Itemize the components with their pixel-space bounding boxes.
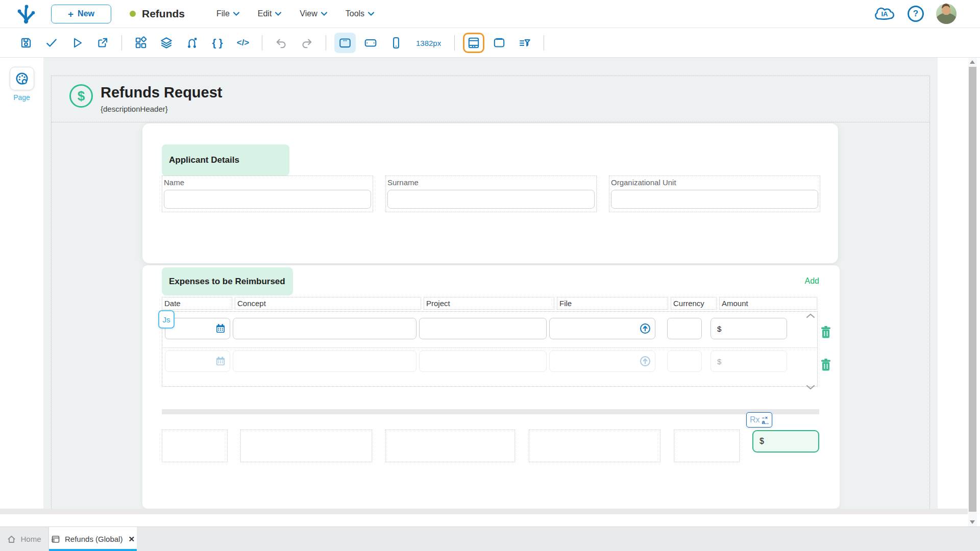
scroll-down-icon[interactable] — [970, 520, 975, 524]
calendar-icon[interactable] — [215, 323, 226, 334]
concept-input[interactable] — [233, 318, 416, 339]
source-code-button[interactable]: </> — [232, 33, 254, 53]
undo-button[interactable] — [271, 33, 292, 53]
redo-button[interactable] — [296, 33, 317, 53]
expenses-section-heading[interactable]: Expenses to be Reimbursed — [162, 267, 293, 295]
amount-input[interactable]: $ — [710, 350, 787, 372]
ai-assistant-icon[interactable]: IA — [874, 5, 895, 23]
footer-empty-cell[interactable] — [240, 430, 372, 462]
field-surname[interactable]: Surname — [385, 176, 597, 212]
file-cell — [549, 318, 655, 339]
form-title[interactable]: Refunds Request — [101, 84, 222, 101]
code-label: </> — [237, 38, 250, 48]
menu-edit[interactable]: Edit — [258, 9, 282, 18]
upload-icon[interactable] — [640, 356, 651, 367]
project-cell — [419, 318, 547, 339]
currency-input[interactable] — [667, 318, 702, 339]
tab-home[interactable]: Home — [0, 527, 49, 551]
concept-input[interactable] — [233, 350, 416, 372]
new-button[interactable]: + New — [51, 5, 111, 23]
amount-prefix: $ — [717, 357, 721, 366]
layers-button[interactable] — [156, 33, 177, 53]
layout-panels-button[interactable] — [463, 33, 484, 53]
expenses-heading-label: Expenses to be Reimbursed — [169, 277, 285, 287]
column-header-project[interactable]: Project — [424, 297, 554, 310]
field-organizational-unit[interactable]: Organizational Unit — [609, 176, 820, 212]
vertical-scrollbar[interactable] — [968, 58, 977, 527]
scroll-up-icon[interactable] — [970, 60, 975, 64]
delete-row-icon[interactable] — [820, 325, 832, 339]
chevron-down-icon — [233, 12, 239, 16]
device-desktop-button[interactable] — [334, 33, 356, 53]
menu-file[interactable]: File — [216, 9, 239, 18]
expand-rows-icon[interactable] — [805, 384, 816, 390]
column-header-date[interactable]: Date — [162, 297, 232, 310]
chevron-down-icon — [368, 12, 374, 16]
project-cell — [419, 350, 547, 372]
page-style-button[interactable] — [10, 67, 34, 90]
components-button[interactable] — [130, 33, 152, 53]
menu-view[interactable]: View — [300, 9, 327, 18]
validate-button[interactable] — [41, 33, 62, 53]
total-input[interactable]: $ — [752, 430, 819, 453]
name-input[interactable] — [164, 190, 371, 209]
delete-row-icon[interactable] — [820, 358, 832, 371]
project-input[interactable] — [419, 318, 547, 339]
close-tab-icon[interactable]: ✕ — [128, 535, 135, 544]
variables-button[interactable]: { } — [207, 33, 228, 53]
footer-empty-cell[interactable] — [674, 430, 740, 462]
column-header-currency[interactable]: Currency — [671, 297, 717, 310]
menu-tools[interactable]: Tools — [346, 9, 374, 18]
currency-input[interactable] — [667, 350, 702, 372]
currency-cell — [667, 318, 702, 339]
tab-refunds-global[interactable]: Refunds (Global) ✕ — [49, 527, 137, 551]
collapse-rows-icon[interactable] — [805, 313, 816, 319]
column-header-file[interactable]: File — [557, 297, 668, 310]
data-filter-button[interactable] — [514, 33, 535, 53]
footer-empty-cell[interactable] — [162, 430, 228, 462]
horizontal-scrollbar[interactable] — [0, 509, 968, 514]
device-mobile-button[interactable] — [385, 33, 407, 53]
amount-input[interactable]: $ — [710, 318, 787, 339]
applicant-card[interactable]: Applicant Details Name Surname Organizat… — [142, 123, 838, 263]
field-name[interactable]: Name — [162, 176, 373, 212]
export-button[interactable] — [92, 33, 113, 53]
applicant-section-heading[interactable]: Applicant Details — [162, 144, 289, 176]
dollar-icon: $ — [69, 84, 93, 108]
menu-tools-label: Tools — [346, 9, 364, 18]
page-label: Page — [0, 93, 43, 102]
add-row-link[interactable]: Add — [805, 277, 819, 286]
device-tablet-button[interactable] — [360, 33, 381, 53]
column-header-amount[interactable]: Amount — [719, 297, 817, 310]
js-code-badge[interactable]: Js — [158, 310, 175, 329]
upload-icon[interactable] — [640, 323, 651, 334]
palette-icon — [15, 71, 29, 86]
expenses-rows-container: $ — [162, 311, 818, 387]
concept-cell — [233, 350, 416, 372]
menu-edit-label: Edit — [258, 9, 272, 18]
flow-button[interactable] — [181, 33, 203, 53]
app-logo-icon[interactable] — [14, 3, 37, 25]
footer-empty-cell[interactable] — [529, 430, 660, 462]
expenses-section[interactable]: Expenses to be Reimbursed Add Date Conce… — [142, 265, 840, 509]
container-button[interactable] — [488, 33, 510, 53]
formula-badge[interactable]: Rx −×a‥ — [746, 412, 772, 428]
calendar-icon[interactable] — [215, 356, 226, 366]
form-subtitle[interactable]: {descriptionHeader} — [101, 105, 168, 113]
save-button[interactable] — [15, 33, 37, 53]
column-header-concept[interactable]: Concept — [235, 297, 421, 310]
toolbar-divider — [262, 35, 262, 51]
run-button[interactable] — [66, 33, 88, 53]
design-canvas[interactable]: $ Refunds Request {descriptionHeader} Ap… — [43, 58, 938, 509]
help-button[interactable]: ? — [908, 6, 924, 22]
project-input[interactable] — [419, 350, 547, 372]
avatar[interactable] — [936, 4, 957, 24]
footer-empty-cell[interactable] — [385, 430, 515, 462]
editor-toolbar: { } </> — [0, 29, 980, 58]
tab-home-label: Home — [20, 535, 41, 543]
amount-cell: $ — [710, 350, 787, 372]
surname-input[interactable] — [387, 190, 595, 209]
rx-badge-label: Rx — [750, 415, 760, 424]
organizational-unit-input[interactable] — [611, 190, 818, 209]
scrollbar-thumb[interactable] — [969, 67, 976, 512]
